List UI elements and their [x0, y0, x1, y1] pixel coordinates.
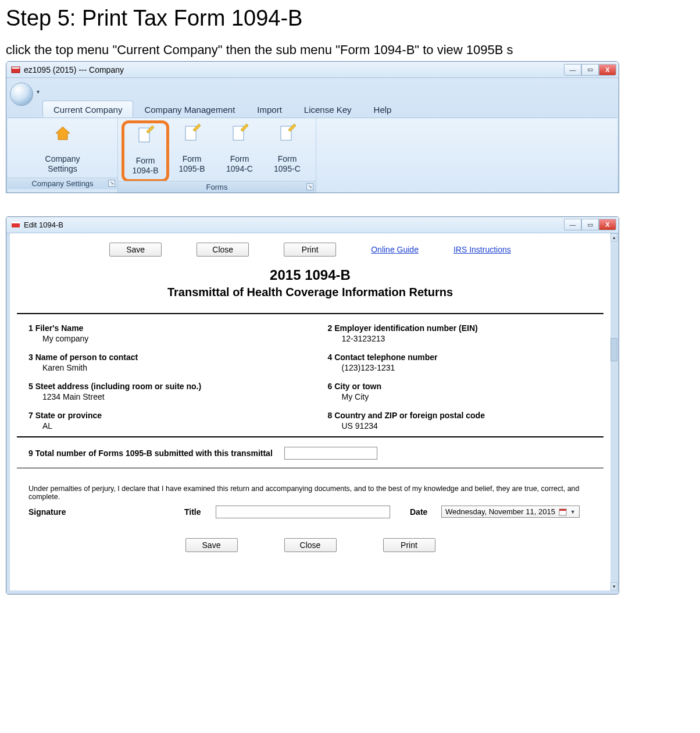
print-button-bottom[interactable]: Print — [383, 538, 435, 552]
title-input[interactable] — [216, 506, 390, 518]
chevron-down-icon: ▼ — [570, 509, 576, 515]
minimize-button[interactable]: — — [564, 64, 581, 76]
close-button[interactable]: X — [599, 64, 616, 76]
window-title: ez1095 (2015) --- Company — [24, 65, 124, 74]
online-guide-link[interactable]: Online Guide — [371, 245, 419, 254]
date-picker[interactable]: Wednesday, November 11, 2015 ▼ — [441, 506, 580, 518]
scroll-down-icon[interactable]: ▾ — [610, 582, 617, 590]
form-1094b-button[interactable]: Form 1094-B — [122, 120, 169, 182]
home-icon — [53, 124, 72, 143]
field-contact-name: 3 Name of person to contact Karen Smith — [28, 353, 293, 372]
date-value: Wednesday, November 11, 2015 — [445, 507, 555, 516]
title-label: Title — [184, 507, 208, 517]
minimize-button[interactable]: — — [564, 219, 581, 230]
form-edit-icon — [183, 124, 201, 143]
perjury-statement: Under pernalties of perjury, I declare t… — [17, 476, 603, 506]
app-icon — [11, 220, 20, 229]
divider — [17, 468, 603, 468]
scroll-thumb[interactable] — [610, 338, 617, 361]
group-label-forms: Forms ↘ — [118, 181, 316, 193]
field-filers-name: 1 Filer's Name My company — [28, 323, 293, 343]
signature-label: Signature — [28, 507, 81, 517]
group-launcher-icon[interactable]: ↘ — [306, 183, 313, 190]
tab-company-management[interactable]: Company Management — [133, 101, 246, 118]
maximize-button[interactable]: ▭ — [581, 219, 599, 230]
window-title: Edit 1094-B — [24, 220, 63, 229]
group-launcher-icon[interactable]: ↘ — [108, 180, 115, 187]
field-ein: 2 Employer identification number (EIN) 1… — [328, 323, 592, 343]
group-label-company-settings: Company Settings ↘ — [8, 177, 117, 189]
form-1095b-button[interactable]: Form 1095-B — [168, 122, 216, 181]
app-window-ez1095: ez1095 (2015) --- Company — ▭ X ▾ Curren… — [6, 61, 619, 193]
irs-instructions-link[interactable]: IRS Instructions — [453, 245, 511, 254]
tab-help[interactable]: Help — [363, 101, 403, 118]
titlebar: ez1095 (2015) --- Company — ▭ X — [6, 62, 619, 78]
close-button[interactable]: X — [599, 219, 616, 230]
app-icon — [11, 65, 20, 74]
instruction-text: click the top menu "Current Company" the… — [6, 42, 694, 58]
save-button[interactable]: Save — [109, 243, 162, 257]
close-button-bottom[interactable]: Close — [284, 538, 337, 552]
field-contact-phone: 4 Contact telephone number (123)123-1231 — [328, 353, 592, 372]
save-button-bottom[interactable]: Save — [185, 538, 238, 552]
field-total-1095b-label: 9 Total number of Forms 1095-B submitted… — [28, 449, 273, 458]
field-city: 6 City or town My City — [328, 382, 592, 401]
company-settings-button[interactable]: Company Settings — [39, 122, 87, 177]
field-country-zip: 8 Country and ZIP or foreign postal code… — [328, 411, 592, 430]
divider — [17, 436, 603, 437]
svg-rect-10 — [559, 509, 566, 511]
form-edit-icon — [278, 124, 297, 143]
form-title: 2015 1094-B — [17, 267, 603, 283]
tab-import[interactable]: Import — [246, 101, 293, 118]
tab-current-company[interactable]: Current Company — [42, 101, 133, 118]
print-button[interactable]: Print — [284, 243, 336, 257]
maximize-button[interactable]: ▭ — [581, 64, 599, 76]
divider — [17, 313, 603, 314]
field-state: 7 State or province AL — [28, 411, 293, 430]
date-label: Date — [410, 507, 433, 517]
form-edit-icon — [136, 126, 155, 144]
form-subtitle: Transmittal of Health Coverage Informati… — [17, 286, 603, 299]
total-1095b-input[interactable] — [284, 447, 377, 460]
qat-customize-icon[interactable]: ▾ — [37, 88, 40, 95]
calendar-icon — [559, 508, 567, 516]
app-window-edit-1094b: Edit 1094-B — ▭ X ▴ ▾ Save Close Print O… — [6, 216, 619, 595]
form-1094c-button[interactable]: Form 1094-C — [216, 122, 263, 181]
scroll-up-icon[interactable]: ▴ — [610, 233, 617, 241]
form-edit-icon — [230, 124, 249, 143]
tab-license-key[interactable]: License Key — [293, 101, 363, 118]
titlebar: Edit 1094-B — ▭ X — [6, 217, 619, 233]
form-1095c-button[interactable]: Form 1095-C — [263, 122, 311, 181]
page-heading: Step 5: Print Tax Form 1094-B — [6, 6, 694, 31]
close-button-form[interactable]: Close — [197, 243, 249, 257]
svg-rect-8 — [12, 222, 20, 223]
field-street-address: 5 Steet address (including room or suite… — [28, 382, 293, 401]
app-orb-button[interactable] — [10, 83, 33, 106]
